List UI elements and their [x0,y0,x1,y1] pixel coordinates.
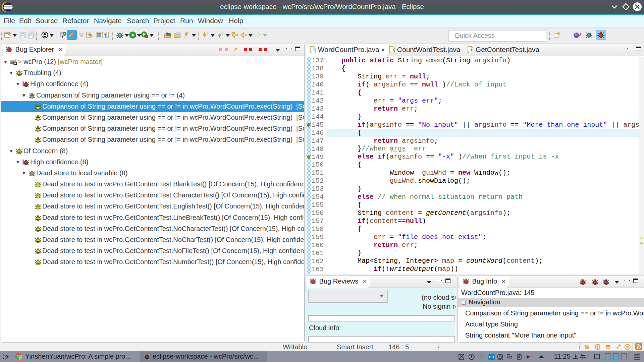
svg-text:J: J [470,47,473,52]
svg-text:C: C [63,33,65,36]
svg-text:✱: ✱ [14,62,17,65]
svg-text:J: J [392,47,394,52]
svg-text:J: J [313,47,315,52]
svg-text:J: J [579,32,581,37]
svg-text:¶: ¶ [104,32,107,38]
